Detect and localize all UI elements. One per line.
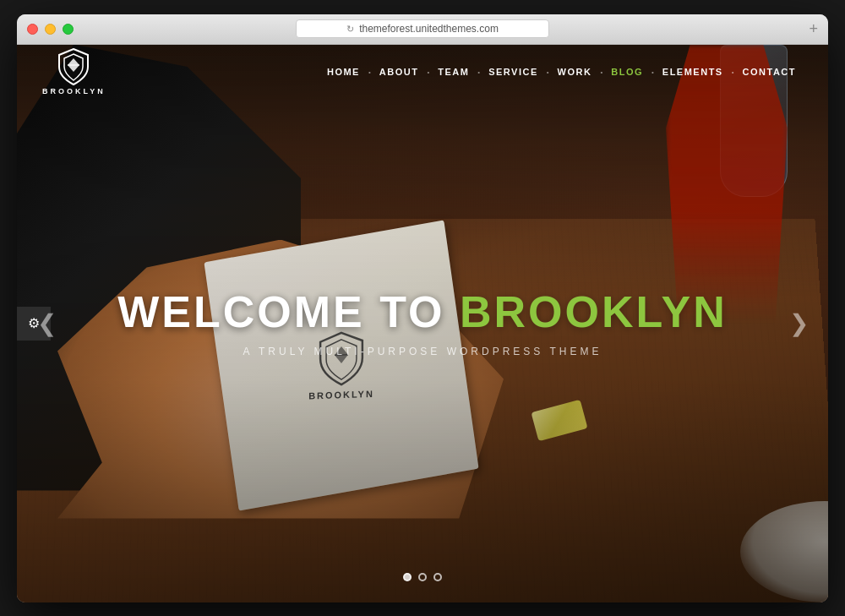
- slider-dot-2[interactable]: [418, 573, 427, 581]
- logo-text: BROOKLYN: [42, 87, 106, 95]
- nav-link-elements[interactable]: ELEMENTS: [656, 63, 730, 80]
- url-text: themeforest.unitedthemes.com: [359, 23, 499, 35]
- nav-item-service[interactable]: SERVICE: [482, 63, 545, 80]
- nav-link-service[interactable]: SERVICE: [482, 63, 545, 80]
- hero-title: WELCOME TO BROOKLYN: [117, 290, 727, 334]
- refresh-icon[interactable]: ↻: [346, 24, 354, 35]
- minimize-button[interactable]: [45, 24, 56, 35]
- hero-content: WELCOME TO BROOKLYN A TRULY MULTI-PURPOS…: [117, 290, 727, 357]
- nav-dot-2: •: [425, 68, 431, 76]
- nav-dot-7: •: [730, 68, 736, 76]
- nav-item-contact[interactable]: CONTACT: [736, 63, 803, 80]
- nav-link-contact[interactable]: CONTACT: [736, 63, 803, 80]
- address-bar[interactable]: ↻ themeforest.unitedthemes.com: [296, 19, 549, 38]
- nav-link-home[interactable]: HOME: [320, 63, 367, 80]
- browser-window: ↻ themeforest.unitedthemes.com +: [17, 14, 828, 602]
- navbar: BROOKLYN HOME • ABOUT • TEAM • SERVICE: [17, 45, 828, 100]
- slider-dots: [403, 573, 442, 581]
- nav-link-about[interactable]: ABOUT: [373, 63, 426, 80]
- slider-arrow-right[interactable]: ❯: [782, 307, 815, 341]
- nav-dot-4: •: [545, 68, 551, 76]
- hero-title-accent: BROOKLYN: [460, 287, 728, 336]
- nav-item-team[interactable]: TEAM: [431, 63, 476, 80]
- nav-dot-5: •: [598, 68, 604, 76]
- nav-item-elements[interactable]: ELEMENTS: [656, 63, 730, 80]
- nav-dot-6: •: [650, 68, 656, 76]
- nav-item-home[interactable]: HOME: [320, 63, 367, 80]
- slider-dot-3[interactable]: [433, 573, 442, 581]
- close-button[interactable]: [27, 24, 38, 35]
- maximize-button[interactable]: [63, 24, 74, 35]
- browser-buttons: [27, 24, 74, 35]
- browser-titlebar: ↻ themeforest.unitedthemes.com +: [17, 14, 828, 45]
- website-content: BROOKLYN BROOKLYN: [17, 45, 828, 602]
- nav-link-blog[interactable]: BLOG: [604, 63, 650, 80]
- nav-item-blog[interactable]: BLOG: [604, 63, 650, 80]
- nav-dot-3: •: [476, 68, 482, 76]
- nav-logo[interactable]: BROOKLYN: [42, 48, 106, 95]
- new-tab-button[interactable]: +: [809, 21, 818, 36]
- nav-item-work[interactable]: WORK: [551, 63, 599, 80]
- nav-link-work[interactable]: WORK: [551, 63, 599, 80]
- slider-dot-1[interactable]: [403, 573, 412, 581]
- hero-title-prefix: WELCOME TO: [117, 287, 460, 336]
- slider-arrow-left[interactable]: ❮: [30, 307, 63, 341]
- nav-link-team[interactable]: TEAM: [431, 63, 476, 80]
- nav-item-about[interactable]: ABOUT: [373, 63, 426, 80]
- nav-dot-1: •: [367, 68, 373, 76]
- nav-links: HOME • ABOUT • TEAM • SERVICE • WORK •: [320, 63, 803, 80]
- hero-subtitle: A TRULY MULTI-PURPOSE WORDPRESS THEME: [117, 346, 727, 357]
